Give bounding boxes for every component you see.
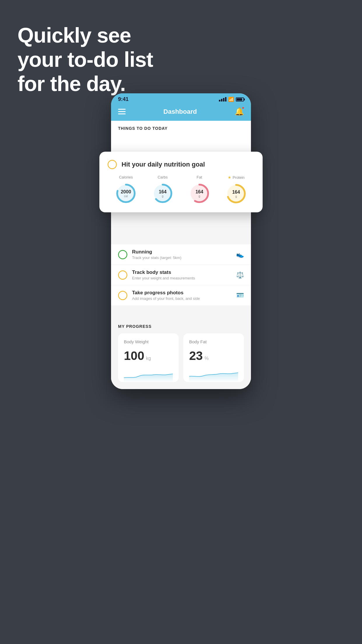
fat-value: 164 xyxy=(196,189,203,195)
status-icons: 📶 xyxy=(219,97,244,102)
todo-subtitle-body-stats: Enter your weight and measurements xyxy=(132,276,231,280)
todo-title-body-stats: Track body stats xyxy=(132,270,231,275)
nutrition-card-title: Hit your daily nutrition goal xyxy=(122,161,205,168)
protein-label: ★ Protein xyxy=(228,175,245,180)
todo-subtitle-running: Track your stats (target: 5km) xyxy=(132,256,231,260)
nav-title: Dashboard xyxy=(164,108,197,116)
scale-icon: ⚖️ xyxy=(236,271,244,279)
fat-unit: g xyxy=(196,194,203,197)
carbs-unit: g xyxy=(159,194,167,197)
body-fat-card[interactable]: Body Fat 23 % xyxy=(183,333,244,382)
progress-section: MY PROGRESS Body Weight 100 kg xyxy=(111,317,251,389)
body-weight-value-row: 100 kg xyxy=(124,349,173,363)
menu-button[interactable] xyxy=(118,109,126,114)
carbs-ring: 164 g xyxy=(151,182,174,205)
calories-value: 2000 xyxy=(121,189,131,195)
battery-icon xyxy=(236,97,244,102)
protein-ring: 164 g xyxy=(224,182,248,205)
body-fat-value: 23 xyxy=(189,349,203,363)
body-weight-card[interactable]: Body Weight 100 kg xyxy=(118,333,179,382)
protein-value: 164 xyxy=(232,190,240,195)
status-time: 9:41 xyxy=(118,96,129,102)
todo-subtitle-photos: Add images of your front, back, and side xyxy=(132,296,231,301)
todo-item-photos[interactable]: Take progress photos Add images of your … xyxy=(111,285,251,305)
hero-line1: Quickly see xyxy=(17,23,153,48)
todo-circle-running xyxy=(118,250,127,259)
todo-title-running: Running xyxy=(132,249,231,255)
body-fat-unit: % xyxy=(205,356,209,361)
protein-unit: g xyxy=(232,195,240,198)
nav-bar: Dashboard 🔔 xyxy=(111,104,251,121)
todo-content-running: Running Track your stats (target: 5km) xyxy=(132,249,231,260)
fat-ring: 164 g xyxy=(188,182,211,205)
todo-content-photos: Take progress photos Add images of your … xyxy=(132,290,231,301)
photo-icon: 🪪 xyxy=(236,292,244,299)
hero-text: Quickly see your to-do list for the day. xyxy=(17,23,153,96)
things-to-do-header: THINGS TO DO TODAY xyxy=(111,121,251,134)
todo-title-photos: Take progress photos xyxy=(132,290,231,296)
wifi-icon: 📶 xyxy=(228,97,234,102)
body-weight-value: 100 xyxy=(124,349,144,363)
calories-unit: cal xyxy=(121,194,131,197)
body-fat-chart xyxy=(189,368,238,382)
phone-mockup: 9:41 📶 Dashboard 🔔 THINGS TO DO TOD xyxy=(111,93,251,389)
nutrition-fat: Fat 164 g xyxy=(188,175,211,205)
signal-icon xyxy=(219,97,226,102)
todo-item-body-stats[interactable]: Track body stats Enter your weight and m… xyxy=(111,265,251,285)
hero-line3: for the day. xyxy=(17,72,153,96)
nutrition-row: Calories 2000 cal Carbs xyxy=(108,175,254,205)
notification-badge xyxy=(242,106,245,109)
todo-item-running[interactable]: Running Track your stats (target: 5km) 👟 xyxy=(111,244,251,265)
calories-center: 2000 cal xyxy=(121,189,131,198)
body-fat-title: Body Fat xyxy=(189,339,238,344)
todo-circle-photos xyxy=(118,291,127,300)
body-weight-chart xyxy=(124,368,173,382)
running-icon: 👟 xyxy=(236,251,244,258)
nutrition-calories: Calories 2000 cal xyxy=(114,175,138,205)
body-weight-unit: kg xyxy=(146,356,151,361)
carbs-value: 164 xyxy=(159,189,167,195)
body-weight-title: Body Weight xyxy=(124,339,173,344)
status-bar: 9:41 📶 xyxy=(111,93,251,104)
nutrition-circle xyxy=(108,160,117,169)
progress-cards: Body Weight 100 kg xyxy=(118,333,244,389)
star-icon: ★ xyxy=(228,175,231,180)
carbs-label: Carbs xyxy=(158,175,168,179)
nutrition-carbs: Carbs 164 g xyxy=(151,175,174,205)
nutrition-card: Hit your daily nutrition goal Calories 2… xyxy=(99,152,263,212)
nutrition-card-title-row: Hit your daily nutrition goal xyxy=(108,160,254,169)
notification-button[interactable]: 🔔 xyxy=(235,107,244,116)
protein-center: 164 g xyxy=(232,190,240,198)
todo-content-body-stats: Track body stats Enter your weight and m… xyxy=(132,270,231,280)
nutrition-protein: ★ Protein 164 g xyxy=(224,175,248,205)
calories-label: Calories xyxy=(119,175,133,179)
progress-header: MY PROGRESS xyxy=(118,324,244,329)
todo-circle-body-stats xyxy=(118,270,127,280)
todo-list: Running Track your stats (target: 5km) 👟… xyxy=(111,244,251,305)
body-fat-value-row: 23 % xyxy=(189,349,238,363)
carbs-center: 164 g xyxy=(159,189,167,198)
fat-center: 164 g xyxy=(196,189,203,198)
fat-label: Fat xyxy=(197,175,202,179)
calories-ring: 2000 cal xyxy=(114,182,138,205)
hero-line2: your to-do list xyxy=(17,48,153,72)
